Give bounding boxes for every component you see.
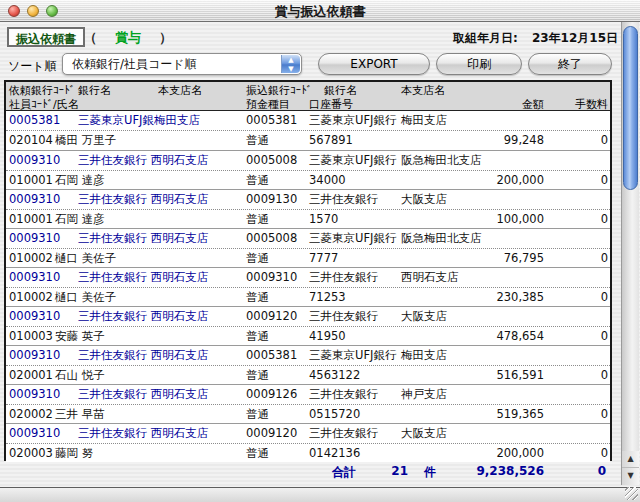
employee-code: 020001 xyxy=(9,366,53,385)
sort-order-label: ソート順 xyxy=(8,58,57,75)
trf-bank-name: 三菱東京UFJ銀行 xyxy=(309,229,396,248)
trf-bank-name: 三菱東京UFJ銀行 xyxy=(309,111,396,130)
account-type: 普通 xyxy=(246,131,269,150)
req-bank-code: 0009310 xyxy=(9,190,60,209)
account-number: 0515720 xyxy=(309,405,360,424)
print-button[interactable]: 印刷 xyxy=(436,53,522,75)
req-bank-code: 0009310 xyxy=(9,385,60,404)
table-row[interactable]: 0009310 三井住友銀行 西明石支店 0009310 三井住友銀行 西明石支… xyxy=(6,267,610,306)
table-body: 0005381 三菱東京UFJ銀梅田支店 0005381 三菱東京UFJ銀行 梅… xyxy=(6,111,610,462)
employee-code: 020104 xyxy=(9,131,53,150)
total-label: 合計 xyxy=(332,464,356,481)
scrollbar-thumb[interactable] xyxy=(623,26,638,190)
account-type: 普通 xyxy=(246,405,269,424)
date-label: 取組年月日: xyxy=(453,31,518,45)
trf-branch-name: 大阪支店 xyxy=(401,190,447,209)
req-bank-name: 三井住友銀行 西明石支店 xyxy=(78,307,208,326)
amount: 200,000 xyxy=(426,171,544,190)
employee-code: 020003 xyxy=(9,444,53,463)
req-bank-name: 三井住友銀行 西明石支店 xyxy=(78,346,208,365)
total-amount: 9,238,526 xyxy=(430,464,544,478)
amount: 478,654 xyxy=(426,327,544,346)
title-bar[interactable]: 賞与振込依頼書 xyxy=(0,0,640,22)
trf-bank-code: 0005381 xyxy=(246,346,297,365)
table-row[interactable]: 0009310 三井住友銀行 西明石支店 0009120 三井住友銀行 大阪支店… xyxy=(6,306,610,345)
trf-bank-code: 0005008 xyxy=(246,151,297,170)
employee-name: 三井 早苗 xyxy=(55,405,105,424)
paren-close: ） xyxy=(159,30,172,45)
amount: 230,385 xyxy=(426,288,544,307)
employee-name: 安藤 英子 xyxy=(55,327,105,346)
account-number: 34000 xyxy=(309,171,346,190)
date-value: 23年12月15日 xyxy=(532,31,618,45)
fee: 0 xyxy=(554,288,608,307)
req-bank-code: 0009310 xyxy=(9,151,60,170)
employee-name: 石岡 達彦 xyxy=(55,210,105,229)
employee-code: 010002 xyxy=(9,288,53,307)
req-bank-code: 0009310 xyxy=(9,424,60,443)
req-bank-name: 三井住友銀行 西明石支店 xyxy=(78,268,208,287)
scroll-up-icon[interactable]: ▲ xyxy=(622,451,639,468)
col-bank-name-2: 銀行名 xyxy=(324,83,357,98)
amount: 516,591 xyxy=(426,366,544,385)
total-row: 合計 21 件 9,238,526 0 xyxy=(0,464,612,482)
employee-name: 石岡 達彦 xyxy=(55,171,105,190)
table-row[interactable]: 0009310 三井住友銀行 西明石支店 0005008 三菱東京UFJ銀行 阪… xyxy=(6,150,610,189)
account-number: 41950 xyxy=(309,327,346,346)
req-bank-code: 0009310 xyxy=(9,268,60,287)
account-type: 普通 xyxy=(246,288,269,307)
table-row[interactable]: 0009310 三井住友銀行 西明石支店 0005008 三菱東京UFJ銀行 阪… xyxy=(6,228,610,267)
trf-bank-code: 0005008 xyxy=(246,229,297,248)
amount: 100,000 xyxy=(426,210,544,229)
transfer-list-table: 依頼銀行ｺｰﾄﾞ 銀行名 本支店名 振込銀行ｺｰﾄﾞ 銀行名 本支店名 社員ｺｰ… xyxy=(4,80,612,461)
req-bank-code: 0009310 xyxy=(9,229,60,248)
sort-order-select[interactable]: 依頼銀行/社員コード順 ▲▼ xyxy=(62,53,302,75)
scroll-down-icon[interactable]: ▼ xyxy=(622,468,639,485)
table-row[interactable]: 0009310 三井住友銀行 西明石支店 0005381 三菱東京UFJ銀行 梅… xyxy=(6,345,610,384)
account-number: 567891 xyxy=(309,131,353,150)
trf-branch-name: 西明石支店 xyxy=(401,268,459,287)
window-bottom-bar xyxy=(0,487,640,502)
trf-bank-code: 0009130 xyxy=(246,190,297,209)
amount: 99,248 xyxy=(426,131,544,150)
req-bank-name: 三井住友銀行 西明石支店 xyxy=(78,385,208,404)
fee: 0 xyxy=(554,366,608,385)
table-row[interactable]: 0009310 三井住友銀行 西明石支店 0009120 三井住友銀行 大阪支店… xyxy=(6,423,610,462)
employee-name: 樋口 美佐子 xyxy=(55,249,116,268)
doc-subtype: （賞与） xyxy=(84,29,172,47)
fee: 0 xyxy=(554,171,608,190)
col-account-type: 預金種目 xyxy=(246,97,290,112)
quit-button[interactable]: 終了 xyxy=(528,53,612,75)
trf-branch-name: 大阪支店 xyxy=(401,307,447,326)
trf-bank-name: 三井住友銀行 xyxy=(309,190,378,209)
trf-bank-name: 三井住友銀行 xyxy=(309,268,378,287)
account-number: 4563122 xyxy=(309,366,360,385)
amount: 200,000 xyxy=(426,444,544,463)
employee-name: 橋田 万里子 xyxy=(55,131,116,150)
bonus-label: 賞与 xyxy=(97,30,159,45)
employee-code: 010001 xyxy=(9,210,53,229)
table-row[interactable]: 0005381 三菱東京UFJ銀梅田支店 0005381 三菱東京UFJ銀行 梅… xyxy=(6,111,610,150)
trf-branch-name: 阪急梅田北支店 xyxy=(401,151,482,170)
table-row[interactable]: 0009310 三井住友銀行 西明石支店 0009126 三井住友銀行 神戸支店… xyxy=(6,384,610,423)
fee: 0 xyxy=(554,444,608,463)
app-window: 賞与振込依頼書 振込依頼書 （賞与） 取組年月日:23年12月15日 ソート順 … xyxy=(0,0,640,502)
account-type: 普通 xyxy=(246,249,269,268)
req-bank-code: 0005381 xyxy=(9,111,60,130)
employee-code: 010002 xyxy=(9,249,53,268)
export-button[interactable]: EXPORT xyxy=(318,53,430,75)
total-fee: 0 xyxy=(556,464,606,478)
col-bank-name: 銀行名 xyxy=(78,83,111,98)
doc-type-label: 振込依頼書 xyxy=(7,27,85,47)
account-type: 普通 xyxy=(246,444,269,463)
col-branch-name: 本支店名 xyxy=(158,83,202,98)
vertical-scrollbar[interactable] xyxy=(621,22,639,451)
fee: 0 xyxy=(554,327,608,346)
table-row[interactable]: 0009310 三井住友銀行 西明石支店 0009130 三井住友銀行 大阪支店… xyxy=(6,189,610,228)
trf-bank-name: 三井住友銀行 xyxy=(309,385,378,404)
window-content: 振込依頼書 （賞与） 取組年月日:23年12月15日 ソート順 依頼銀行/社員コ… xyxy=(0,22,640,487)
resize-grip[interactable] xyxy=(625,487,638,500)
account-number: 71253 xyxy=(309,288,346,307)
col-branch-name-2: 本支店名 xyxy=(401,83,445,98)
sort-order-value: 依頼銀行/社員コード順 xyxy=(72,57,197,71)
